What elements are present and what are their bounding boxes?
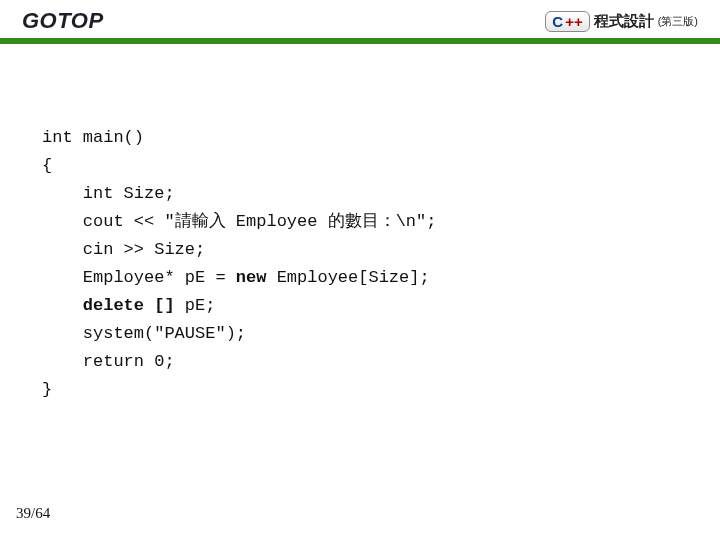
code-line: cin >> Size;	[42, 240, 205, 259]
code-line: int main()	[42, 128, 144, 147]
code-line: system("PAUSE");	[42, 324, 246, 343]
code-line: int Size;	[42, 184, 175, 203]
code-line: pE;	[175, 296, 216, 315]
badge-plus: ++	[565, 13, 583, 30]
book-edition: (第三版)	[658, 14, 698, 29]
code-line: cout << "請輸入 Employee 的數目：\n";	[42, 212, 436, 231]
code-line: Employee* pE =	[42, 268, 236, 287]
keyword-new: new	[236, 268, 267, 287]
header: GOTOP C++ 程式設計 (第三版)	[0, 0, 720, 38]
code-line: {	[42, 156, 52, 175]
logo: GOTOP	[22, 8, 104, 34]
code-block: int main() { int Size; cout << "請輸入 Empl…	[0, 44, 720, 404]
book-title: 程式設計	[594, 12, 654, 31]
code-line: return 0;	[42, 352, 175, 371]
slide-page: GOTOP C++ 程式設計 (第三版) int main() { int Si…	[0, 0, 720, 540]
keyword-delete: delete []	[83, 296, 175, 315]
code-line: }	[42, 380, 52, 399]
code-line: Employee[Size];	[266, 268, 429, 287]
book-title-block: C++ 程式設計 (第三版)	[545, 11, 698, 32]
cpp-badge: C++	[545, 11, 589, 32]
badge-c: C	[552, 13, 563, 30]
code-line	[42, 296, 83, 315]
page-number: 39/64	[16, 505, 50, 522]
